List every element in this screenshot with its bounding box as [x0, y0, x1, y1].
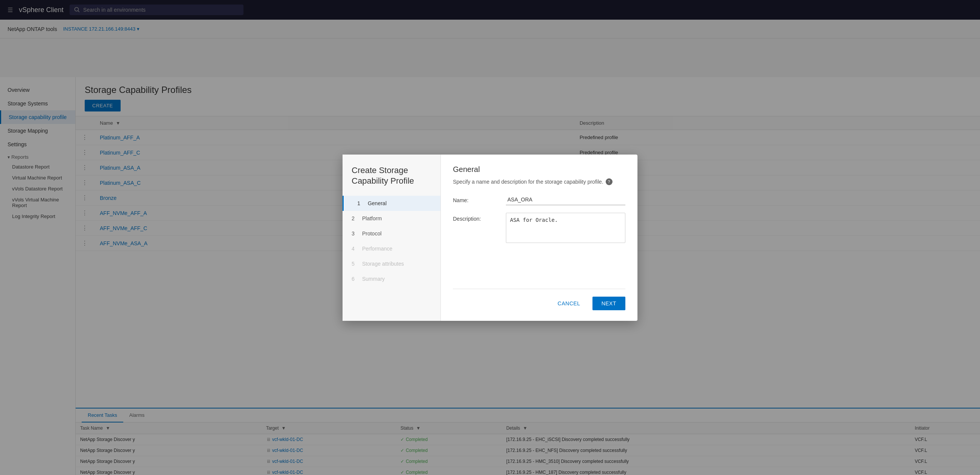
modal-step-summary: 6 Summary [342, 271, 441, 286]
modal-title: Create Storage Capability Profile [342, 165, 441, 196]
modal-step-general[interactable]: 1 General [342, 196, 441, 211]
modal-step-platform[interactable]: 2 Platform [342, 211, 441, 226]
modal-overlay: Create Storage Capability Profile 1 Gene… [0, 0, 980, 475]
name-input[interactable] [506, 194, 625, 205]
create-profile-modal: Create Storage Capability Profile 1 Gene… [342, 154, 638, 321]
modal-sidebar: Create Storage Capability Profile 1 Gene… [342, 154, 441, 321]
description-field-row: Description: [453, 213, 625, 243]
modal-step-storage-attributes: 5 Storage attributes [342, 256, 441, 271]
modal-step-protocol[interactable]: 3 Protocol [342, 226, 441, 241]
name-field-row: Name: [453, 194, 625, 205]
cancel-button[interactable]: CANCEL [550, 297, 588, 310]
modal-content-title: General [453, 165, 625, 174]
modal-step-performance: 4 Performance [342, 241, 441, 256]
description-textarea[interactable] [506, 213, 625, 243]
description-label: Description: [453, 213, 506, 222]
modal-content: General Specify a name and description f… [441, 154, 638, 321]
modal-footer: CANCEL NEXT [453, 289, 625, 310]
modal-description: Specify a name and description for the s… [453, 178, 625, 185]
name-label: Name: [453, 194, 506, 203]
next-button[interactable]: NEXT [592, 297, 625, 310]
help-icon[interactable]: ? [606, 178, 612, 185]
